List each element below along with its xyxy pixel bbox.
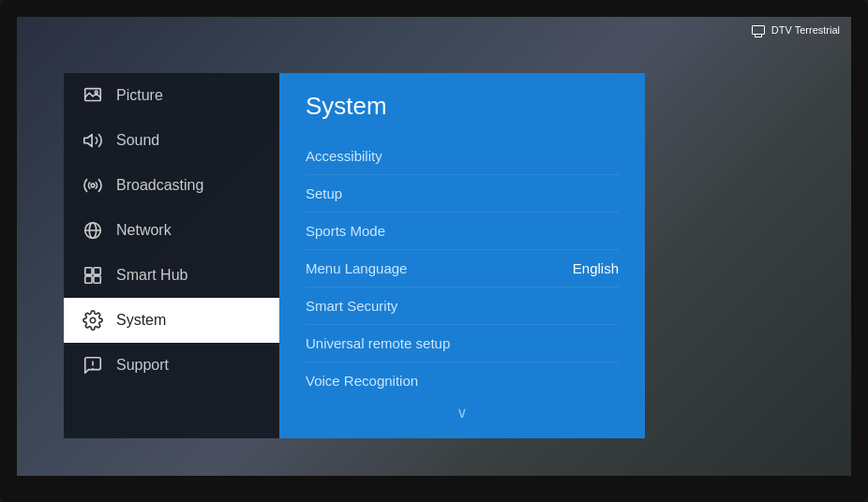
support-icon — [82, 355, 103, 376]
panel-item-smart-security-label: Smart Security — [306, 298, 397, 314]
panel-title: System — [306, 92, 619, 121]
system-icon — [82, 310, 103, 331]
sidebar-item-system[interactable]: System — [64, 298, 279, 343]
sidebar-item-support[interactable]: Support — [64, 343, 279, 388]
panel-item-accessibility-label: Accessibility — [306, 148, 382, 164]
panel-item-menu-language-value: English — [573, 260, 619, 276]
picture-icon — [82, 85, 103, 106]
panel-item-universal-remote[interactable]: Universal remote setup — [306, 325, 619, 362]
sidebar-item-sound[interactable]: Sound — [64, 118, 279, 163]
smarthub-icon — [82, 265, 103, 286]
signal-label: DTV Terrestrial — [771, 24, 840, 36]
panel-item-menu-language[interactable]: Menu Language English — [306, 250, 619, 288]
sound-icon — [82, 130, 103, 151]
network-icon — [82, 220, 103, 241]
svg-rect-7 — [85, 268, 92, 274]
panel-item-universal-remote-label: Universal remote setup — [306, 335, 450, 351]
svg-rect-9 — [85, 276, 92, 283]
sidebar-item-picture[interactable]: Picture — [64, 73, 279, 118]
panel-item-sports-mode[interactable]: Sports Mode — [306, 213, 619, 250]
panel-item-setup[interactable]: Setup — [306, 175, 619, 213]
svg-rect-10 — [94, 276, 100, 283]
tv-bezel: DTV Terrestrial Picture Sound — [0, 0, 868, 502]
sidebar-item-network-label: Network — [116, 222, 172, 239]
svg-rect-8 — [94, 268, 100, 274]
main-panel: System Accessibility Setup Sports Mode M… — [279, 73, 645, 438]
sidebar-item-picture-label: Picture — [116, 87, 163, 104]
panel-item-accessibility[interactable]: Accessibility — [306, 138, 619, 175]
sidebar: Picture Sound Broadcasting — [64, 73, 279, 438]
sidebar-item-network[interactable]: Network — [64, 208, 279, 253]
sidebar-item-broadcasting-label: Broadcasting — [116, 177, 203, 194]
dtv-icon — [752, 25, 765, 35]
sidebar-item-smarthub-label: Smart Hub — [116, 267, 187, 284]
sidebar-item-smarthub[interactable]: Smart Hub — [64, 253, 279, 298]
panel-item-voice-recognition-label: Voice Recognition — [306, 373, 418, 389]
panel-item-voice-recognition[interactable]: Voice Recognition — [306, 362, 619, 400]
svg-point-3 — [91, 184, 95, 187]
panel-item-menu-language-label: Menu Language — [306, 260, 407, 276]
svg-point-11 — [90, 317, 96, 323]
status-bar: DTV Terrestrial — [752, 24, 840, 36]
chevron-down-container: ∨ — [279, 396, 645, 429]
sidebar-item-broadcasting[interactable]: Broadcasting — [64, 163, 279, 208]
tv-screen: DTV Terrestrial Picture Sound — [17, 17, 851, 476]
panel-item-smart-security[interactable]: Smart Security — [306, 288, 619, 325]
panel-item-sports-mode-label: Sports Mode — [306, 223, 385, 239]
panel-item-setup-label: Setup — [306, 185, 342, 201]
sidebar-item-system-label: System — [116, 312, 166, 329]
sidebar-item-sound-label: Sound — [116, 132, 159, 149]
svg-point-1 — [95, 91, 97, 94]
chevron-down-icon: ∨ — [456, 404, 468, 421]
broadcasting-icon — [82, 175, 103, 196]
svg-marker-2 — [84, 135, 92, 147]
sidebar-item-support-label: Support — [116, 357, 169, 374]
